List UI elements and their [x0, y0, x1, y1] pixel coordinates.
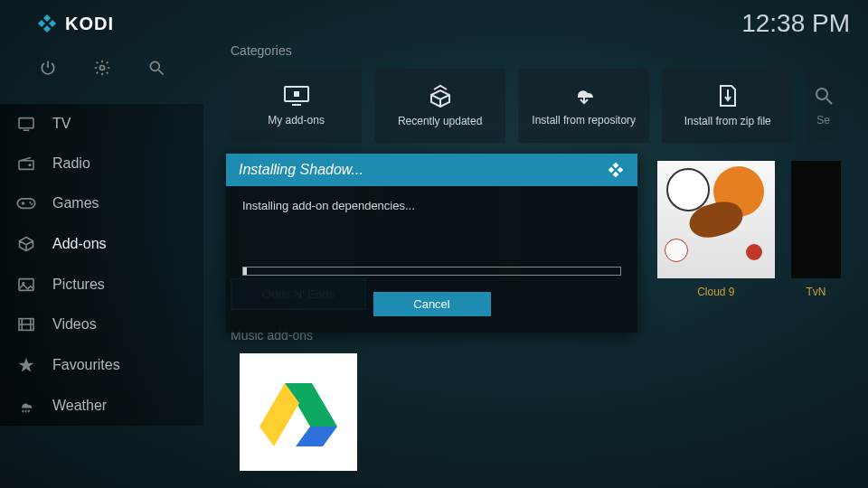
- dialog-message: Installing add-on dependencies...: [242, 199, 621, 212]
- sidebar-item-label: Add-ons: [52, 236, 107, 252]
- sidebar-item-radio[interactable]: Radio: [0, 144, 203, 183]
- svg-point-0: [99, 66, 104, 70]
- category-label: My add-ons: [268, 114, 325, 127]
- sidebar-item-label: TV: [52, 116, 71, 132]
- category-label: Se: [816, 114, 830, 127]
- box-icon: [16, 235, 36, 253]
- category-install-zip[interactable]: Install from zip file: [662, 69, 793, 143]
- addon-thumb: [657, 161, 775, 278]
- categories-heading: Categories: [231, 43, 841, 58]
- addon-thumb: [240, 353, 357, 471]
- svg-point-6: [29, 202, 31, 203]
- radio-icon: [16, 156, 36, 171]
- cancel-button[interactable]: Cancel: [373, 292, 491, 316]
- sidebar-item-weather[interactable]: Weather: [0, 386, 203, 426]
- progress-bar: [242, 267, 621, 276]
- zip-file-icon: [717, 84, 739, 108]
- category-search[interactable]: Se: [806, 69, 841, 143]
- sidebar-item-label: Pictures: [52, 277, 105, 293]
- sidebar-item-label: Games: [52, 195, 99, 211]
- star-icon: [16, 356, 36, 374]
- category-recently-updated[interactable]: Recently updated: [374, 69, 505, 143]
- power-icon[interactable]: [39, 59, 57, 77]
- svg-rect-12: [294, 91, 299, 97]
- gamepad-icon: [16, 197, 36, 210]
- tv-icon: [16, 117, 36, 131]
- cloud-download-icon: [571, 85, 598, 107]
- monitor-icon: [283, 85, 310, 107]
- sidebar-item-favourites[interactable]: Favourites: [0, 344, 203, 386]
- clock: 12:38 PM: [741, 9, 850, 38]
- category-my-addons[interactable]: My add-ons: [231, 69, 362, 143]
- categories-row: My add-ons Recently updated Install from…: [231, 69, 841, 143]
- dialog-header: Installing Shadow...: [226, 154, 637, 186]
- category-label: Install from zip file: [684, 115, 771, 127]
- addon-tvn[interactable]: TvN: [791, 161, 841, 310]
- app-logo: KODI: [36, 13, 114, 34]
- svg-rect-2: [19, 118, 33, 128]
- install-dialog: Installing Shadow... Installing add-on d…: [226, 154, 637, 333]
- dialog-title: Installing Shadow...: [239, 162, 363, 178]
- open-box-icon: [427, 84, 454, 108]
- dialog-body: Installing add-on dependencies... Cancel: [226, 186, 637, 333]
- addon-card[interactable]: [231, 353, 366, 471]
- sidebar-item-label: Radio: [52, 155, 90, 172]
- category-label: Install from repository: [532, 114, 636, 127]
- svg-point-4: [28, 164, 31, 166]
- sidebar-item-label: Weather: [52, 398, 107, 414]
- weather-icon: [16, 399, 36, 413]
- category-label: Recently updated: [398, 115, 482, 127]
- addon-cloud9[interactable]: Cloud 9: [654, 161, 778, 310]
- search-icon: [813, 85, 835, 107]
- svg-point-13: [816, 89, 827, 99]
- image-icon: [16, 277, 36, 292]
- kodi-logo-icon: [36, 13, 58, 34]
- gear-icon[interactable]: [93, 59, 111, 77]
- top-bar: KODI 12:38 PM: [0, 9, 868, 38]
- film-icon: [16, 317, 36, 332]
- addon-label: Cloud 9: [697, 286, 734, 298]
- sidebar-item-addons[interactable]: Add-ons: [0, 223, 203, 265]
- addon-thumb: [791, 161, 841, 278]
- addon-label: TvN: [806, 286, 826, 298]
- sidebar: TV Radio Games Add-ons Pictures Videos F…: [0, 104, 203, 426]
- sidebar-item-pictures[interactable]: Pictures: [0, 265, 203, 305]
- progress-fill: [243, 267, 247, 275]
- app-name: KODI: [65, 14, 114, 34]
- music-addons-row: [231, 353, 841, 471]
- kodi-logo-icon: [607, 161, 625, 179]
- svg-point-1: [150, 61, 159, 70]
- category-install-repo[interactable]: Install from repository: [518, 69, 649, 143]
- sidebar-item-label: Favourites: [52, 357, 120, 373]
- search-icon[interactable]: [147, 59, 165, 77]
- sidebar-item-games[interactable]: Games: [0, 183, 203, 223]
- sidebar-item-tv[interactable]: TV: [0, 104, 203, 144]
- sidebar-item-videos[interactable]: Videos: [0, 305, 203, 344]
- drive-icon: [258, 376, 339, 448]
- svg-point-7: [31, 203, 33, 205]
- svg-rect-5: [17, 199, 34, 209]
- system-icons: [0, 59, 203, 77]
- sidebar-item-label: Videos: [52, 316, 97, 333]
